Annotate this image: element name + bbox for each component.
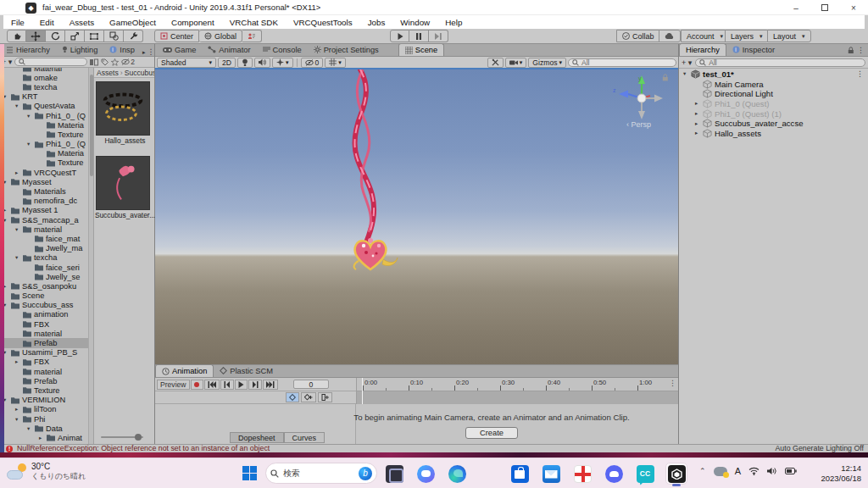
project-folder-row[interactable]: ▸VRCQuestT [0,168,88,177]
folder-collapse-arrow[interactable]: ▾ [3,302,11,308]
tab-animation[interactable]: Animation [155,364,214,377]
bing-icon[interactable]: b [359,467,372,480]
project-folder-row[interactable]: ▾S&S_maccap_a [0,215,88,225]
wifi-icon[interactable] [748,467,760,475]
project-folder-row[interactable]: ▸Animat [0,433,88,442]
project-folder-row[interactable]: ▸Myasset 1 [0,206,88,215]
scene-orientation-gizmo[interactable]: y z [613,75,663,119]
favorites-star-icon[interactable] [111,58,119,66]
hierarchy-item[interactable]: Main Camera [679,80,868,90]
battery-icon[interactable] [785,468,797,474]
scene-collapse-arrow[interactable]: ▾ [683,70,691,77]
tab-hierarchy[interactable]: Hierarchy [679,43,726,56]
project-folder-row[interactable]: Prefab [0,376,88,385]
panel-menu-icon[interactable]: ⋮ [857,46,865,54]
menu-assets[interactable]: Assets [62,18,102,27]
start-button[interactable] [242,466,258,481]
perspective-label[interactable]: ‹ Persp [626,120,651,129]
maximize-button[interactable] [810,0,839,15]
pause-button[interactable] [409,30,429,42]
folder-expand-arrow[interactable]: ▸ [15,406,23,413]
item-expand-arrow[interactable]: ▸ [695,120,703,127]
play-anim-button[interactable] [235,380,248,390]
project-folder-row[interactable]: Texture [0,130,88,139]
preview-toggle[interactable]: Preview [157,380,190,390]
project-folder-row[interactable]: ▾material [0,225,88,234]
asset-thumbnail[interactable] [96,81,150,136]
minimize-button[interactable]: – [782,0,810,15]
timeline-ruler[interactable]: 0:000:100:200:300:400:501:00 [356,378,678,391]
panel-menu-icon[interactable]: ⋮ [147,47,154,56]
folder-collapse-arrow[interactable]: ▾ [27,141,35,147]
folder-expand-arrow[interactable]: ▸ [15,169,23,176]
project-folder-row[interactable]: Texture [0,158,88,168]
menu-jobs[interactable]: Jobs [360,18,393,27]
taskbar-app-mail[interactable] [540,463,562,485]
project-folder-row[interactable]: animation [0,310,88,319]
folder-collapse-arrow[interactable]: ▾ [15,103,23,109]
custom-tool[interactable] [124,30,143,42]
project-folder-row[interactable]: Texture [0,385,88,395]
project-tab-insp[interactable]: iInsp [103,43,141,56]
taskbar-app-unity[interactable] [665,463,687,485]
scene-search-input[interactable]: All [568,58,676,67]
project-folder-row[interactable]: ▾Phi1_0_ (Q [0,140,88,149]
account-dropdown[interactable]: Account [681,30,729,42]
hierarchy-search-input[interactable]: All [695,58,865,67]
breadcrumb-item[interactable]: Assets [97,69,119,77]
taskbar-app-cc[interactable]: CC [634,463,656,485]
project-folder-row[interactable]: texcha [0,82,88,92]
menu-gameobject[interactable]: GameObject [102,18,164,27]
volume-icon[interactable] [767,467,777,475]
project-folder-row[interactable]: Prefab [0,338,88,347]
menu-window[interactable]: Window [392,18,437,27]
folder-expand-arrow[interactable]: ▸ [3,283,11,290]
slider-knob[interactable] [135,434,142,441]
project-folder-row[interactable]: ▾Data [0,424,88,433]
dopesheet-button[interactable]: Dopesheet [230,432,284,443]
folder-collapse-arrow[interactable]: ▾ [15,416,23,423]
item-expand-arrow[interactable]: ▸ [695,100,703,107]
menu-file[interactable]: File [3,18,32,27]
scene-lighting-toggle[interactable] [237,58,253,68]
transform-tool[interactable] [104,30,124,42]
animation-menu-icon[interactable]: ⋮ [669,379,676,387]
taskbar-app-booth[interactable] [571,463,593,485]
move-tool[interactable] [26,30,46,42]
search-by-label-icon[interactable] [101,58,108,66]
project-folder-row[interactable]: ▾Myasset [0,177,88,186]
project-search-input[interactable] [14,58,87,66]
taskbar-search[interactable]: 検索 b [265,463,377,484]
project-tab-lighting[interactable]: Lighting [56,43,104,56]
tab-scene[interactable]: Scene [398,43,444,56]
status-bar[interactable]: ! NullReferenceException: Object referen… [0,444,868,452]
create-object-button[interactable]: + ▾ [682,58,692,67]
project-folder-row[interactable]: ▸S&S_osanpoku [0,281,88,291]
shading-dropdown[interactable]: Shaded▾ [157,58,216,68]
taskbar-app-chat[interactable] [415,463,437,485]
hierarchy-item[interactable]: ▸Succubus_avater_accse [679,119,868,129]
taskbar-app-task-view[interactable] [383,463,405,485]
folder-collapse-arrow[interactable]: ▾ [3,349,11,356]
project-folder-row[interactable]: Jwelly_ma [0,244,88,253]
grid-settings-dropdown[interactable]: ▾ [325,58,346,68]
record-button[interactable] [191,380,203,390]
rect-tool[interactable] [85,30,104,42]
item-expand-arrow[interactable]: ▸ [695,130,703,136]
hierarchy-item[interactable]: ▸Phi1_0 (Quest) [679,99,868,109]
taskbar-app-store[interactable] [509,463,531,485]
taskbar-app-edge[interactable] [446,463,468,485]
gizmos-dropdown[interactable]: Gizmos▾ [528,58,566,68]
tab-inspector[interactable]: iInspector [726,43,781,56]
tab-animator[interactable]: Animator [202,43,256,56]
prev-key-button[interactable] [220,380,234,390]
scene-menu-icon[interactable]: ⋮ [856,69,864,78]
last-key-button[interactable] [263,380,278,390]
hierarchy-item[interactable]: ▸Phi1_0 (Quest) (1) [679,108,868,119]
hierarchy-item[interactable]: Directional Light [679,89,868,99]
ime-mode-icon[interactable]: A [735,466,741,476]
project-folder-row[interactable]: faice_mat [0,234,88,243]
project-folder-row[interactable]: ▾QuestAvata [0,102,88,111]
project-folder-row[interactable]: ▾Usamimi_PB_S [0,348,88,358]
current-frame-field[interactable]: 0 [293,380,329,389]
